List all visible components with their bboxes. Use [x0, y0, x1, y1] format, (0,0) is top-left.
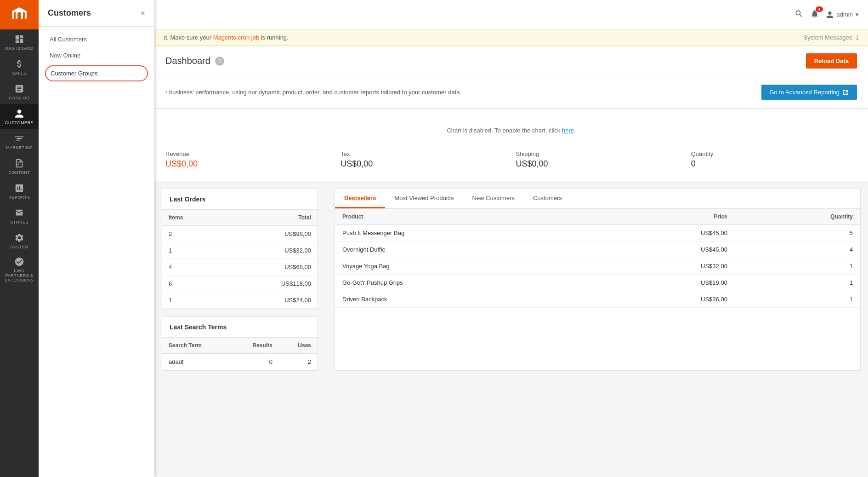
stat-quantity: Quantity 0: [691, 150, 857, 169]
sidebar-item-system[interactable]: SYSTEM: [0, 228, 39, 253]
sidebar-item-label-reports: REPORTS: [9, 195, 30, 200]
product-qty: 1: [735, 275, 860, 291]
two-col-layout: Last Orders Items Total 2US$98,001US$32,…: [154, 181, 868, 378]
system-icon: [14, 233, 24, 243]
product-qty: 1: [735, 291, 860, 308]
search-uses: 2: [279, 354, 318, 370]
dashboard-icon: [14, 34, 24, 44]
list-item: Voyage Yoga BagUS$32,001: [335, 258, 860, 275]
sidebar: DASHBOARD SALES CATALOG CUSTOMERS MARKET…: [0, 0, 39, 477]
chart-enable-link[interactable]: here: [562, 127, 574, 134]
user-icon: [826, 11, 834, 19]
last-orders-col-items: Items: [162, 210, 223, 226]
customers-icon: [14, 109, 24, 119]
table-row: 2US$98,00: [162, 226, 318, 242]
help-icon-button[interactable]: ?: [215, 57, 224, 66]
sidebar-item-marketing[interactable]: MARKETING: [0, 129, 39, 154]
sidebar-item-label-system: SYSTEM: [10, 245, 28, 249]
search-icon-button[interactable]: [794, 9, 804, 20]
order-items: 6: [162, 276, 223, 292]
advanced-reporting-button[interactable]: Go to Advanced Reporting: [761, 85, 857, 100]
stats-section: Chart is disabled. To enable the chart, …: [154, 109, 868, 181]
last-orders-table: Items Total 2US$98,001US$32,004US$68,006…: [162, 210, 318, 309]
sidebar-item-customers[interactable]: CUSTOMERS: [0, 104, 39, 129]
sales-icon: [14, 59, 24, 69]
page-content: Dashboard ? Reload Data r business' perf…: [154, 46, 868, 477]
order-total: US$118,00: [223, 276, 318, 292]
product-name: Driven Backpack: [335, 291, 595, 308]
sidebar-item-stores[interactable]: STORES: [0, 203, 39, 228]
topbar: 4 admin ▾: [154, 0, 868, 29]
alert-link[interactable]: Magento cron job: [213, 34, 259, 41]
order-items: 4: [162, 259, 223, 276]
order-items: 2: [162, 226, 223, 242]
marketing-icon: [14, 133, 24, 144]
bestsellers-col-price: Price: [595, 209, 735, 225]
topbar-username: admin: [837, 11, 853, 18]
product-name: Push It Messenger Bag: [335, 225, 595, 241]
notifications-badge: 4: [816, 6, 823, 12]
product-qty: 5: [735, 225, 860, 241]
search-terms-table: Search Term Results Uses adadf02: [162, 338, 318, 370]
sidebar-item-content[interactable]: CONTENT: [0, 154, 39, 178]
product-price: US$45,00: [595, 241, 735, 258]
bestsellers-table: Product Price Quantity Push It Messenger…: [335, 209, 860, 308]
alert-suffix: is running.: [259, 34, 289, 41]
sidebar-item-find-partners[interactable]: FIND PARTNERS & EXTENSIONS: [0, 253, 39, 286]
sidebar-item-label-find-partners: FIND PARTNERS & EXTENSIONS: [2, 269, 37, 282]
advanced-reporting-label: Go to Advanced Reporting: [770, 89, 840, 96]
stat-tax-label: Tax: [340, 150, 506, 157]
main-content: 4 admin ▾ d. Make sure your Magento cron…: [154, 0, 868, 477]
system-messages-text: System Messages: 1: [803, 34, 859, 41]
topbar-actions: 4 admin ▾: [794, 9, 859, 20]
product-price: US$32,00: [595, 258, 735, 275]
stat-shipping: Shipping US$0,00: [516, 150, 682, 169]
table-row: adadf02: [162, 354, 318, 370]
page-header: Dashboard ? Reload Data: [154, 46, 868, 76]
tabs-bar: Bestsellers Most Viewed Products New Cus…: [335, 189, 860, 209]
stat-revenue: Revenue US$0,00: [165, 150, 331, 169]
sidebar-item-label-catalog: CATALOG: [9, 96, 29, 100]
tab-most-viewed[interactable]: Most Viewed Products: [385, 189, 463, 208]
sidebar-item-dashboard[interactable]: DASHBOARD: [0, 29, 39, 54]
sidebar-item-catalog[interactable]: CATALOG: [0, 79, 39, 104]
product-price: US$45,00: [595, 225, 735, 241]
notifications-icon-button[interactable]: 4: [810, 9, 819, 20]
last-orders-table-container: Last Orders Items Total 2US$98,001US$32,…: [162, 189, 318, 309]
tab-new-customers[interactable]: New Customers: [463, 189, 524, 208]
order-total: US$32,00: [223, 242, 318, 259]
sidebar-logo[interactable]: [0, 0, 39, 29]
tab-bestsellers[interactable]: Bestsellers: [335, 189, 385, 208]
product-name: Voyage Yoga Bag: [335, 258, 595, 275]
search-terms-table-container: Last Search Terms Search Term Results Us…: [162, 316, 318, 371]
stat-tax: Tax US$0,00: [340, 150, 506, 169]
reload-data-button[interactable]: Reload Data: [806, 53, 857, 69]
alert-banner: d. Make sure your Magento cron job is ru…: [154, 29, 868, 46]
search-terms-col-term: Search Term: [162, 338, 230, 354]
product-price: US$36,00: [595, 291, 735, 308]
product-name: Go-Get'r Pushup Grips: [335, 275, 595, 291]
search-terms-title: Last Search Terms: [162, 317, 318, 338]
product-qty: 4: [735, 241, 860, 258]
stat-revenue-value: US$0,00: [165, 159, 331, 169]
search-terms-col-uses: Uses: [279, 338, 318, 354]
sidebar-item-label-dashboard: DASHBOARD: [5, 46, 34, 51]
flyout-menu: All Customers Now Online Customer Groups: [39, 27, 154, 88]
flyout-menu-all-customers[interactable]: All Customers: [39, 31, 154, 47]
flyout-menu-customer-groups[interactable]: Customer Groups: [45, 65, 148, 81]
flyout-menu-now-online[interactable]: Now Online: [39, 47, 154, 63]
alert-text: d. Make sure your: [164, 34, 213, 41]
tab-customers[interactable]: Customers: [524, 189, 571, 208]
sidebar-item-label-content: CONTENT: [9, 170, 30, 175]
stat-revenue-label: Revenue: [165, 150, 331, 157]
list-item: Push It Messenger BagUS$45,005: [335, 225, 860, 241]
stat-quantity-label: Quantity: [691, 150, 857, 157]
stat-shipping-label: Shipping: [516, 150, 682, 157]
flyout-header: Customers ×: [39, 0, 154, 27]
flyout-close-button[interactable]: ×: [140, 9, 145, 17]
topbar-user-menu[interactable]: admin ▾: [826, 11, 859, 19]
sidebar-item-sales[interactable]: SALES: [0, 54, 39, 79]
sidebar-item-reports[interactable]: REPORTS: [0, 178, 39, 203]
search-term: adadf: [162, 354, 230, 370]
table-row: 1US$24,00: [162, 292, 318, 309]
